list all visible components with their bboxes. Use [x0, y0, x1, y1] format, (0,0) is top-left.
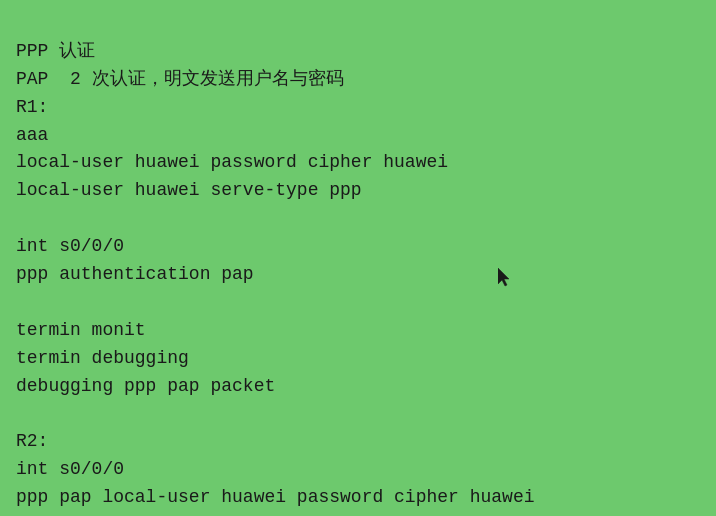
terminal-line: R2: — [16, 428, 700, 456]
terminal-line: termin debugging — [16, 345, 700, 373]
terminal-line: int s0/0/0 — [16, 456, 700, 484]
terminal-line: local-user huawei password cipher huawei — [16, 149, 700, 177]
cursor-indicator — [498, 268, 508, 288]
terminal-line: ppp authentication pap — [16, 261, 700, 289]
terminal-line: PAP 2 次认证，明文发送用户名与密码 — [16, 66, 700, 94]
terminal-line: int s0/0/0 — [16, 233, 700, 261]
terminal-line: R1: — [16, 94, 700, 122]
terminal-line: debugging ppp pap packet — [16, 373, 700, 401]
terminal-line: local-user huawei serve-type ppp — [16, 177, 700, 205]
terminal-line: PPP 认证 — [16, 38, 700, 66]
empty-line — [16, 289, 700, 317]
terminal-line: termin monit — [16, 317, 700, 345]
terminal-line: aaa — [16, 122, 700, 150]
terminal-line: ppp pap local-user huawei password ciphe… — [16, 484, 700, 512]
empty-line — [16, 400, 700, 428]
empty-line — [16, 205, 700, 233]
terminal-content: PPP 认证PAP 2 次认证，明文发送用户名与密码R1:aaalocal-us… — [16, 10, 700, 512]
svg-marker-0 — [498, 268, 509, 286]
